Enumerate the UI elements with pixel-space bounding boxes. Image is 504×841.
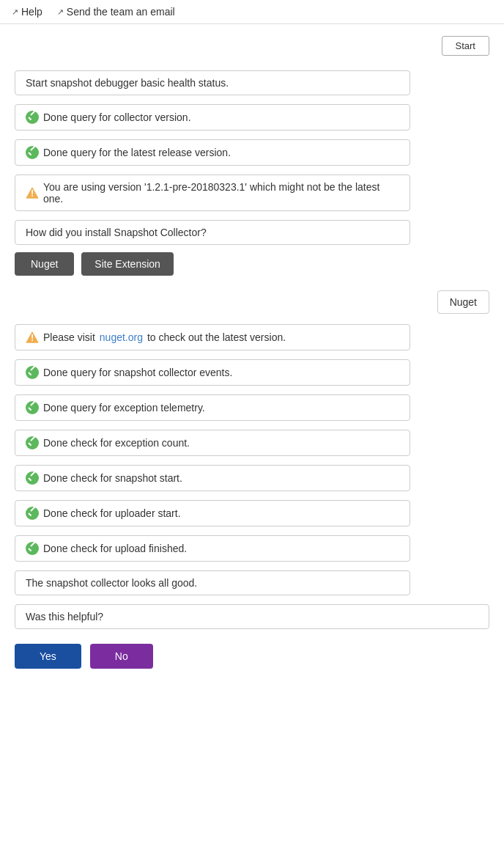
install-question-text: How did you install Snapshot Collector? bbox=[26, 227, 207, 238]
query-events-box: Done query for snapshot collector events… bbox=[15, 359, 410, 386]
check-uploader-start-text: Done check for uploader start. bbox=[43, 507, 181, 519]
start-message-box: Start snapshot debugger basic health sta… bbox=[15, 70, 410, 95]
was-helpful-box: Was this helpful? bbox=[15, 604, 489, 629]
external-link-icon: ↗ bbox=[12, 7, 18, 17]
nuget-response-text: Nuget bbox=[450, 296, 477, 308]
query-latest-release-box: Done query for the latest release versio… bbox=[15, 139, 410, 166]
warn-icon-nuget: ! bbox=[26, 331, 39, 344]
nuget-button[interactable]: Nuget bbox=[15, 252, 74, 276]
query-exception-telemetry-box: Done query for exception telemetry. bbox=[15, 394, 410, 421]
check-exception-count-text: Done check for exception count. bbox=[43, 437, 190, 449]
check-icon-collector-version bbox=[26, 111, 39, 124]
version-warning-box: ! You are using version '1.2.1-pre-20180… bbox=[15, 175, 410, 211]
check-icon-snapshot-start bbox=[26, 471, 39, 485]
no-button[interactable]: No bbox=[90, 644, 153, 669]
check-icon-upload-finished bbox=[26, 542, 39, 555]
site-extension-button[interactable]: Site Extension bbox=[81, 252, 174, 276]
check-upload-finished-text: Done check for upload finished. bbox=[43, 543, 187, 554]
check-icon-uploader-start bbox=[26, 507, 39, 520]
check-snapshot-start-box: Done check for snapshot start. bbox=[15, 465, 410, 491]
install-buttons-row: Nuget Site Extension bbox=[15, 252, 489, 276]
version-warning-text: You are using version '1.2.1-pre-2018032… bbox=[43, 181, 399, 205]
query-collector-version-text: Done query for collector version. bbox=[43, 111, 191, 123]
email-link[interactable]: ↗ Send the team an email bbox=[57, 6, 175, 18]
check-uploader-start-box: Done check for uploader start. bbox=[15, 500, 410, 526]
email-label: Send the team an email bbox=[67, 6, 175, 18]
check-icon-exception-telemetry bbox=[26, 401, 39, 414]
was-helpful-text: Was this helpful? bbox=[26, 611, 103, 623]
warn-icon-version: ! bbox=[26, 186, 39, 199]
check-upload-finished-box: Done check for upload finished. bbox=[15, 535, 410, 562]
yes-button[interactable]: Yes bbox=[15, 644, 81, 669]
nuget-response-row: Nuget bbox=[15, 290, 489, 314]
start-button[interactable]: Start bbox=[442, 36, 489, 56]
start-message-text: Start snapshot debugger basic health sta… bbox=[26, 77, 229, 89]
looks-good-box: The snapshot collector looks all good. bbox=[15, 570, 410, 595]
nuget-visit-text-before: Please visit bbox=[43, 331, 95, 343]
check-icon-events bbox=[26, 366, 39, 379]
top-bar: ↗ Help ↗ Send the team an email bbox=[0, 0, 504, 24]
help-label: Help bbox=[21, 6, 42, 18]
looks-good-text: The snapshot collector looks all good. bbox=[26, 577, 197, 589]
nuget-visit-text-after: to check out the latest version. bbox=[147, 331, 286, 343]
install-question-box: How did you install Snapshot Collector? bbox=[15, 220, 410, 245]
email-external-icon: ↗ bbox=[57, 7, 64, 17]
nuget-visit-box: ! Please visit nuget.org to check out th… bbox=[15, 324, 410, 350]
start-btn-row: Start bbox=[15, 36, 489, 56]
helpful-buttons-row: Yes No bbox=[15, 644, 489, 669]
help-link[interactable]: ↗ Help bbox=[12, 6, 42, 18]
check-icon-exception-count bbox=[26, 436, 39, 449]
query-exception-telemetry-text: Done query for exception telemetry. bbox=[43, 402, 205, 414]
query-latest-release-text: Done query for the latest release versio… bbox=[43, 147, 231, 158]
main-content: Start Start snapshot debugger basic heal… bbox=[0, 24, 504, 680]
query-events-text: Done query for snapshot collector events… bbox=[43, 367, 232, 378]
check-exception-count-box: Done check for exception count. bbox=[15, 430, 410, 456]
svg-text:!: ! bbox=[31, 333, 34, 343]
check-snapshot-start-text: Done check for snapshot start. bbox=[43, 472, 182, 484]
nuget-org-link[interactable]: nuget.org bbox=[100, 331, 143, 343]
check-icon-latest-release bbox=[26, 146, 39, 159]
query-collector-version-box: Done query for collector version. bbox=[15, 104, 410, 131]
svg-text:!: ! bbox=[31, 188, 34, 199]
nuget-response-box: Nuget bbox=[437, 290, 489, 314]
